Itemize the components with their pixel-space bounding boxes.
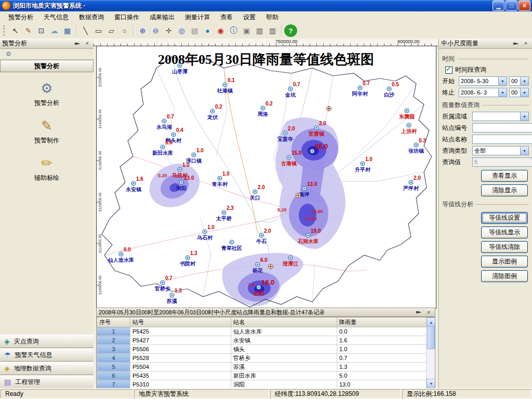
bottom-bar-1[interactable]: ☂预警天气信息 [0,348,94,362]
right-panel-pin-button[interactable] [511,39,520,47]
bottom-bar-3[interactable]: ▤工程管理 [0,375,94,389]
等值线显示-button[interactable]: 等值线显示 [481,227,528,238]
help-icon[interactable]: ? [284,24,297,37]
bottom-panel-close-button[interactable]: × [424,309,433,316]
end-hour-select[interactable]: 00▼ [509,88,529,97]
清除图例-button[interactable]: 清除图例 [481,270,528,282]
start-hour-select[interactable]: 00▼ [509,76,529,86]
table-scrollbar[interactable]: ▲ ▼ [426,317,435,388]
left-panel-pin-button[interactable] [73,39,81,47]
menu-item-7[interactable]: 设置 [238,11,261,23]
map-canvas[interactable]: 2008年05月30日降雨量等值线色斑图 3150000.003140000.0… [96,46,436,309]
left-item-0[interactable]: ⚙预警分析 [21,81,73,108]
table-row[interactable]: 4P5528官桥乡0.7 [97,354,436,363]
table-row[interactable]: 6P5435新田水库5.0 [97,371,436,380]
chevron-down-icon[interactable]: ▼ [520,112,528,121]
station-value: 6.0 [260,257,268,263]
left-panel-close-button[interactable]: × [83,39,91,47]
left-panel-group-header[interactable]: 预警分析 [0,60,94,72]
scrollbar-thumb[interactable] [427,326,435,349]
export-image-icon[interactable]: ▣ [240,24,253,37]
query-type-select[interactable]: 全部▼ [472,146,529,155]
zoom-out-icon[interactable]: ⊖ [149,24,162,37]
menu-item-3[interactable]: 窗口操作 [109,11,144,23]
print-icon[interactable]: ▥ [253,24,266,37]
left-item-2[interactable]: ✏辅助标绘 [21,155,73,182]
pan-icon[interactable]: ✛ [162,24,175,37]
grid-tool-icon[interactable]: ▦ [61,24,74,37]
left-item-1[interactable]: ✎预警制作 [21,118,73,145]
chevron-down-icon[interactable]: ▼ [498,77,507,85]
polygon-tool-icon[interactable]: ▱ [105,24,118,37]
menu-item-2[interactable]: 数据查询 [74,11,109,23]
info-icon[interactable]: ⓘ [227,24,240,37]
rectangle-tool-icon[interactable]: ▭ [92,24,105,37]
table-row[interactable]: 5P5504苏溪1.3 [97,363,436,371]
query-value-input[interactable] [472,157,532,167]
bottom-bar-label: 预警天气信息 [15,351,52,360]
station-table[interactable]: 序号站号站名降雨量 1P5425仙人造水库0.02P5427永安镇1.63P55… [97,317,435,389]
start-date-select[interactable]: 2008- 5-30▼ [459,76,507,86]
bottom-bar-0[interactable]: ◈灾点查询 [0,335,94,348]
station-name: 周洛 [257,111,268,117]
table-row[interactable]: 3P5506镇头1.0 [97,345,436,354]
table-row[interactable]: 2P5427永安镇1.6 [97,336,436,345]
cloud-tool-icon[interactable]: ☁ [48,24,61,37]
layers-icon[interactable]: ▤ [188,24,201,37]
stamp-tool-icon[interactable]: ⚙ [2,48,15,60]
zoom-box-tool-icon[interactable]: ⊡ [35,24,48,37]
显示图例-button[interactable]: 显示图例 [481,256,528,268]
bottom-panel-pin-button[interactable] [414,309,422,316]
print-preview-icon[interactable]: ▥ [266,24,279,37]
等值线清除-button[interactable]: 等值线清除 [481,241,528,253]
basin-select[interactable]: ▼ [472,112,529,121]
等值线设置-button[interactable]: 等值线设置 [481,212,528,224]
menu-item-1[interactable]: 天气信息 [38,11,74,23]
station-value: 0.0 [124,247,131,252]
close-button[interactable]: × [518,1,530,11]
station-name-input[interactable] [472,135,532,144]
menu-item-5[interactable]: 测量计算 [180,11,215,23]
chevron-down-icon[interactable]: ▼ [520,77,528,85]
table-cell: 1.0 [337,345,436,354]
table-row[interactable]: 7P5310洞阳13.0 [97,380,436,389]
station-name-label: 站点名称 [442,135,470,144]
清除显示-button[interactable]: 清除显示 [481,184,528,196]
end-date-select[interactable]: 2008- 6- 3▼ [459,88,507,97]
station-name: 官渡镇 [309,131,325,137]
zoom-full-extent-icon[interactable]: ◎ [175,24,188,37]
menu-item-0[interactable]: 预警分析 [3,11,38,23]
station-code-input[interactable] [472,123,532,132]
maximize-button[interactable]: □ [506,1,517,11]
line-tool-icon[interactable]: ╲ [79,24,92,37]
right-panel-close-button[interactable]: × [522,39,530,47]
contour-value-label: 5.20 [277,207,287,212]
column-header-2[interactable]: 站名 [231,317,337,327]
column-header-1[interactable]: 站号 [130,317,231,327]
menu-item-4[interactable]: 成果输出 [144,11,180,23]
minimize-button[interactable]: ▁ [493,1,504,11]
table-row[interactable]: 1P5425仙人造水库0.0 [97,327,436,336]
scroll-down-icon[interactable]: ▼ [427,379,435,388]
alert-icon[interactable]: ◉ [214,24,227,37]
menu-item-6[interactable]: 查看 [215,11,238,23]
menu-item-8[interactable]: 帮助 [261,11,284,23]
zoom-in-icon[interactable]: ⊕ [136,24,149,37]
map-station: 东腾园 [398,109,415,119]
bottom-bar-2[interactable]: ◈地理数据查询 [0,362,94,375]
chevron-down-icon[interactable]: ▼ [520,88,528,97]
查看显示-button[interactable]: 查看显示 [481,170,528,182]
scroll-up-icon[interactable]: ▲ [427,317,435,327]
column-header-0[interactable]: 序号 [97,317,130,327]
chevron-down-icon[interactable]: ▼ [498,88,507,97]
toolbar: ↖✎⊡☁▦╲▭▱○⊕⊖✛◎▤●◉ⓘ▣▥▥? [0,23,532,39]
select-tool-icon[interactable]: ↖ [9,24,22,37]
chevron-down-icon[interactable]: ▼ [520,147,528,155]
globe-icon[interactable]: ● [201,24,214,37]
time-range-checkbox[interactable] [445,66,453,74]
edit-tool-icon[interactable]: ✎ [22,24,35,37]
column-header-3[interactable]: 降雨量 [337,317,436,327]
ellipse-tool-icon[interactable]: ○ [118,24,131,37]
station-name: 升平村 [354,167,371,172]
station-table-panel: 序号站号站名降雨量 1P5425仙人造水库0.02P5427永安镇1.63P55… [96,317,435,389]
